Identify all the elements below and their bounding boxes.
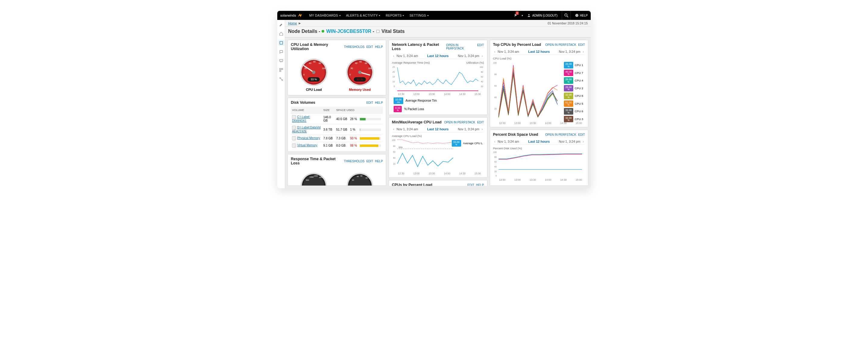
rail-network-icon[interactable]: [278, 58, 284, 64]
edit-link[interactable]: EDIT: [467, 184, 474, 186]
next-button[interactable]: ›: [480, 54, 484, 58]
range-select[interactable]: Last 12 hours: [427, 54, 449, 58]
app-frame: solarwinds MY DASHBOARDS▾ ALERTS & ACTIV…: [277, 11, 591, 188]
rail-summary-icon[interactable]: [278, 40, 284, 46]
legend-row: 51.00%CPU 5: [564, 101, 583, 107]
svg-text:60: 60: [361, 175, 363, 177]
body: Home ▶ 01 November 2018 15:24:15 Node De…: [277, 20, 591, 188]
timepicker: ‹Nov 1, 3:24 am Last 12 hours Nov 1, 3:2…: [392, 53, 484, 59]
help-link[interactable]: HELP: [375, 101, 383, 104]
rail-home-icon[interactable]: [278, 31, 284, 37]
breadcrumb-home[interactable]: Home: [288, 21, 297, 25]
range-select[interactable]: Last 12 hours: [528, 50, 550, 53]
next-button[interactable]: ›: [581, 140, 585, 143]
caret-down-icon: ▾: [427, 14, 429, 17]
edit-link[interactable]: EDIT: [366, 160, 373, 163]
page-title: Node Details - WIN-JC6CBES5T0R - Vital S…: [285, 27, 591, 37]
legend-row: 26.00%CPU 1: [564, 62, 583, 68]
svg-text:60: 60: [393, 150, 396, 153]
table-header: VOLUME SIZE SPACE USED: [291, 107, 383, 114]
nav-item[interactable]: MY DASHBOARDS▾: [309, 13, 341, 17]
open-perfstack-link[interactable]: OPEN IN PERFSTACK: [545, 133, 576, 136]
table-row: ▢Virtual Memory9.1 GB8.0 GB88 %: [291, 142, 383, 149]
nav-item[interactable]: ALERTS & ACTIVITY▾: [346, 13, 380, 17]
card-diskused: Percent Disk Space Used OPEN IN PERFSTAC…: [490, 130, 588, 186]
help-link[interactable]: HELP: [375, 45, 383, 49]
column-1: CPU Load & Memory Utilization THRESHOLDS…: [287, 40, 386, 186]
help-link[interactable]: HELP: [375, 160, 383, 163]
svg-text:0: 0: [304, 73, 305, 76]
card-title: Min/Max/Average CPU Load: [392, 120, 441, 124]
nav-item[interactable]: REPORTS▾: [386, 13, 404, 17]
edit-link[interactable]: EDIT: [366, 45, 373, 49]
open-perfstack-link[interactable]: OPEN IN PERFSTACK: [545, 43, 576, 47]
svg-text:25: 25: [393, 66, 395, 68]
column-2: Network Latency & Packet Loss OPEN IN PE…: [389, 40, 487, 186]
legend-chip: 32.00%: [564, 108, 573, 115]
rail-edit-icon[interactable]: [278, 22, 284, 28]
edit-link[interactable]: EDIT: [366, 101, 373, 104]
edit-link[interactable]: EDIT: [578, 133, 585, 136]
help-label: HELP: [580, 14, 588, 17]
legend-chip: 26.00%: [564, 62, 573, 68]
help-link[interactable]: HELP: [476, 184, 484, 186]
prev-button[interactable]: ‹: [392, 54, 396, 58]
brand: solarwinds: [280, 13, 303, 18]
svg-text:100: 100: [392, 139, 396, 141]
diskused-chart: 100806040200: [493, 150, 585, 178]
svg-text:100: 100: [493, 151, 497, 153]
svg-text:20: 20: [494, 170, 497, 172]
column-3: Top CPUs by Percent Load OPEN IN PERFSTA…: [490, 40, 588, 186]
open-perfstack-link[interactable]: OPEN IN PERFSTACK: [444, 121, 475, 124]
svg-text:40: 40: [355, 62, 358, 64]
minmax-legend: 33.00% Average CPU L: [452, 140, 483, 147]
rail-tree-icon[interactable]: [278, 76, 284, 82]
volume-link[interactable]: Physical Memory: [297, 136, 320, 140]
svg-text:15: 15: [393, 76, 395, 78]
nav-item[interactable]: SETTINGS▾: [410, 13, 429, 17]
search-button[interactable]: [562, 11, 571, 20]
card-rt-pl: Response Time & Packet Loss THRESHOLDS E…: [287, 154, 386, 186]
volume-link[interactable]: Virtual Memory: [297, 144, 317, 147]
legend-chip: 32.00%: [564, 116, 573, 122]
gauge-loss: 20406080: [343, 170, 376, 186]
edit-link[interactable]: EDIT: [477, 121, 484, 124]
range-select[interactable]: Last 12 hours: [427, 127, 449, 131]
range-select[interactable]: Last 12 hours: [528, 140, 550, 143]
legend-chip: 45.00%: [564, 70, 573, 76]
svg-text:60: 60: [481, 76, 483, 78]
svg-text:20: 20: [393, 163, 396, 165]
legend-row: 45.00%CPU 7: [564, 70, 583, 76]
svg-text:10: 10: [393, 81, 395, 83]
alerts-button[interactable]: 2 ▾: [514, 13, 523, 18]
volume-link[interactable]: D:\ Label:DataVol AEA2192E: [292, 126, 321, 133]
thresholds-link[interactable]: THRESHOLDS: [344, 45, 364, 49]
user-icon: [527, 13, 531, 17]
help-button[interactable]: ? HELP: [575, 13, 588, 17]
edit-link[interactable]: EDIT: [477, 44, 484, 50]
svg-text:2000: 2000: [319, 176, 323, 178]
left-rail: [277, 20, 285, 188]
svg-point-30: [358, 71, 362, 74]
edit-link[interactable]: EDIT: [578, 43, 585, 47]
prev-button[interactable]: ‹: [392, 127, 396, 131]
rail-apps-icon[interactable]: [278, 67, 284, 73]
timepicker: ‹Nov 1, 3:24 am Last 12 hours Nov 1, 3:2…: [392, 126, 484, 133]
card-disk-volumes: Disk Volumes EDIT HELP VOLUME SIZE SPACE…: [287, 98, 386, 152]
prev-button[interactable]: ‹: [493, 140, 497, 143]
rail-chat-icon[interactable]: [278, 49, 284, 55]
chevron-right-icon: ▶: [299, 22, 301, 25]
prev-button[interactable]: ‹: [493, 50, 497, 53]
svg-text:20: 20: [481, 85, 483, 87]
svg-text:40: 40: [393, 157, 396, 159]
next-button[interactable]: ›: [581, 50, 585, 53]
next-button[interactable]: ›: [480, 127, 484, 131]
topbar: solarwinds MY DASHBOARDS▾ ALERTS & ACTIV…: [277, 11, 591, 20]
user-menu[interactable]: ADMIN (LOGOUT): [527, 13, 558, 17]
node-name[interactable]: WIN-JC6CBES5T0R: [327, 29, 371, 34]
legend-row: 32.00%CPU 6: [564, 108, 583, 115]
thresholds-link[interactable]: THRESHOLDS: [344, 160, 364, 163]
brand-text: solarwinds: [280, 13, 296, 17]
open-perfstack-link[interactable]: OPEN IN PERFSTACK: [446, 44, 475, 50]
svg-point-0: [528, 14, 530, 16]
